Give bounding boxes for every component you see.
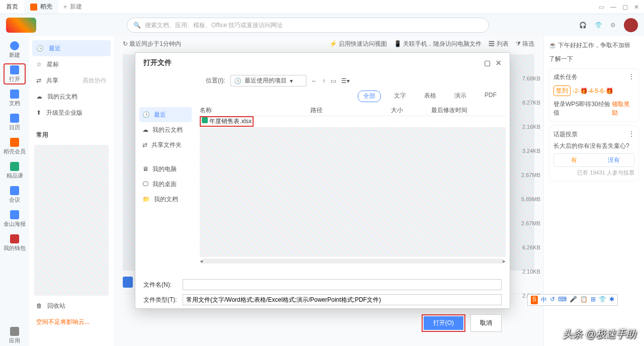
folder-open-icon (10, 65, 19, 74)
nav-course[interactable]: 精品课 (4, 160, 26, 181)
h-scrollbar[interactable] (203, 258, 503, 264)
phone-icon[interactable]: ▭ (599, 4, 604, 11)
close-icon[interactable]: ✕ (634, 4, 639, 11)
nav-open[interactable]: 打开 (4, 63, 26, 84)
location-label: 位置(I): (206, 76, 225, 85)
col-mtime[interactable]: 最后修改时间 (431, 106, 481, 115)
filetype-select[interactable] (183, 294, 502, 305)
open-button[interactable]: 打开(O) (424, 316, 463, 330)
view-icon[interactable]: ☰▾ (341, 77, 350, 84)
sn-star[interactable]: ☆星标 (29, 56, 114, 72)
location-dropdown[interactable]: 🕓 最近使用的项目 ▾ (230, 75, 306, 86)
file-row-0[interactable]: 年度销售表.xlsx (200, 116, 506, 126)
learn-link[interactable]: 了解一下 (549, 55, 639, 63)
tab-text[interactable]: 文字 (389, 91, 411, 102)
newfolder-icon[interactable]: ▭ (331, 77, 336, 84)
claim-reward[interactable]: 领取奖励 (612, 100, 634, 117)
nav-docer-vip[interactable]: 稻壳会员 (4, 136, 26, 157)
sn-upgrade[interactable]: ⬆升级至企业版 (29, 105, 114, 121)
apps-icon (10, 327, 19, 336)
col-name[interactable]: 名称 (200, 106, 310, 115)
search-placeholder: 搜索文档、应用、模板、Office 技巧或直接访问网址 (145, 21, 283, 30)
shirt-icon[interactable]: 👕 (595, 22, 602, 29)
vote-no[interactable]: 没有 (594, 154, 634, 166)
cancel-button[interactable]: 取消 (470, 314, 502, 332)
quick-access-toggle[interactable]: ⚡ 启用快速访问视图 (330, 40, 387, 48)
dialog-header: 打开文件 ▢ ✕ (135, 53, 510, 73)
ime-toolbar[interactable]: S 中↺⌨🎤📋⊞👕✱ (527, 294, 618, 306)
clock-icon: 🕓 (36, 45, 44, 52)
tab-slide[interactable]: 演示 (449, 91, 471, 102)
filter-button[interactable]: ⧩ 筛选 (516, 40, 534, 48)
scroll-right-icon[interactable]: ▸ (503, 257, 506, 265)
tab-new[interactable]: + 新建 (58, 0, 87, 14)
filename-input[interactable] (183, 279, 502, 290)
ds-mydocs[interactable]: 📁我的文档 (139, 192, 192, 207)
back-icon[interactable]: ← (311, 77, 317, 84)
more-icon[interactable]: ⋮ (628, 73, 634, 81)
nav-apps[interactable]: 应用 (4, 325, 26, 346)
nav-wallet[interactable]: 我的钱包 (4, 232, 26, 253)
nav-poster[interactable]: 金山海报 (4, 208, 26, 229)
maximize-icon[interactable]: ▢ (622, 4, 628, 11)
search-icon: 🔍 (133, 22, 141, 29)
tab-all[interactable]: 全部 (358, 91, 381, 102)
sn-space-warn[interactable]: 空间不足将影响云... (29, 314, 114, 330)
dialog-buttons: 打开(O) 取消 (135, 312, 510, 337)
filetype-label: 文件类型(T): (143, 296, 179, 304)
chevron-down-icon: ▾ (290, 77, 293, 84)
clock-icon: 🕓 (142, 111, 150, 118)
more-icon[interactable]: ⋮ (628, 130, 634, 139)
ds-computer[interactable]: 🖥我的电脑 (139, 161, 192, 177)
open-button-highlight: 打开(O) (422, 314, 465, 332)
content-toolbar: ↻ 最近同步于1分钟内 ⚡ 启用快速访问视图 📱 关联手机，随身访问电脑文件 ☰… (114, 36, 543, 51)
ds-shared[interactable]: ⇄共享文件夹 (139, 137, 192, 152)
dialog-maximize-icon[interactable]: ▢ (484, 59, 491, 67)
size-column: 7.68KB8.27KB2.16KB3.24KB2.67MB5.89MB2.67… (521, 66, 540, 308)
ds-desktop[interactable]: 🖵我的桌面 (139, 177, 192, 192)
title-bar: 首页 稻壳 + 新建 ▭ — ▢ ✕ (0, 0, 644, 14)
tab-docer[interactable]: 稻壳 (24, 0, 58, 14)
up-icon[interactable]: ↑ (323, 77, 326, 84)
dialog-title: 打开文件 (143, 58, 172, 67)
calendar-icon (10, 114, 19, 123)
signin-badge[interactable]: 签到 (553, 85, 571, 96)
open-file-dialog: 打开文件 ▢ ✕ 位置(I): 🕓 最近使用的项目 ▾ ← ↑ ▭ ☰▾ 全部 … (135, 52, 510, 309)
dialog-type-tabs: 全部 文字 表格 演示 PDF (135, 89, 510, 105)
sn-share[interactable]: ⇄共享高效协作 (29, 72, 114, 89)
nav-new[interactable]: 新建 (4, 39, 26, 60)
second-nav: 🕓最近 ☆星标 ⇄共享高效协作 ☁我的云文档 ⬆升级至企业版 常用 🗑回收站 空… (29, 36, 114, 346)
sn-mycloud[interactable]: ☁我的云文档 (29, 89, 114, 105)
headset-icon[interactable]: 🎧 (579, 22, 587, 29)
nav-docs[interactable]: 文档 (4, 88, 26, 109)
dialog-file-list: 名称 路径 大小 最后修改时间 年度销售表.xlsx ◂ ▸ (196, 105, 510, 276)
tab-pdf[interactable]: PDF (479, 91, 502, 102)
gear-icon[interactable]: ⚙ (610, 22, 616, 29)
tab-home[interactable]: 首页 (0, 0, 24, 14)
nav-calendar[interactable]: 日历 (4, 112, 26, 133)
col-path[interactable]: 路径 (310, 106, 391, 115)
share-icon: ⇄ (36, 77, 41, 84)
link-phone[interactable]: 📱 关联手机，随身访问电脑文件 (394, 40, 481, 48)
sn-common-header: 常用 (29, 127, 114, 143)
sn-recycle[interactable]: 🗑回收站 (29, 298, 114, 314)
app-logo (6, 18, 36, 33)
search-bar[interactable]: 🔍 搜索文档、应用、模板、Office 技巧或直接访问网址 (127, 18, 489, 33)
minimize-icon[interactable]: — (610, 4, 616, 11)
view-list[interactable]: ☰ 列表 (489, 40, 508, 48)
sync-status: ↻ 最近同步于1分钟内 (123, 40, 181, 48)
dialog-sidebar: 🕓最近 ☁我的云文档 ⇄共享文件夹 🖥我的电脑 🖵我的桌面 📁我的文档 (135, 105, 196, 276)
dialog-close-icon[interactable]: ✕ (496, 59, 502, 67)
ds-cloud[interactable]: ☁我的云文档 (139, 122, 192, 137)
col-size[interactable]: 大小 (391, 106, 431, 115)
vote-yes[interactable]: 有 (554, 154, 594, 166)
ds-recent[interactable]: 🕓最近 (139, 107, 192, 122)
tab-sheet[interactable]: 表格 (419, 91, 441, 102)
avatar[interactable] (624, 18, 638, 32)
cloud-icon: ☁ (142, 126, 148, 133)
top-bar: 🔍 搜索文档、应用、模板、Office 技巧或直接访问网址 🎧 👕 ⚙ (0, 14, 644, 36)
dialog-toolbar: 位置(I): 🕓 最近使用的项目 ▾ ← ↑ ▭ ☰▾ (135, 73, 510, 89)
nav-meeting[interactable]: 会议 (4, 184, 26, 205)
sn-recent[interactable]: 🕓最近 (32, 40, 111, 56)
folder-icon: 📁 (142, 196, 150, 203)
